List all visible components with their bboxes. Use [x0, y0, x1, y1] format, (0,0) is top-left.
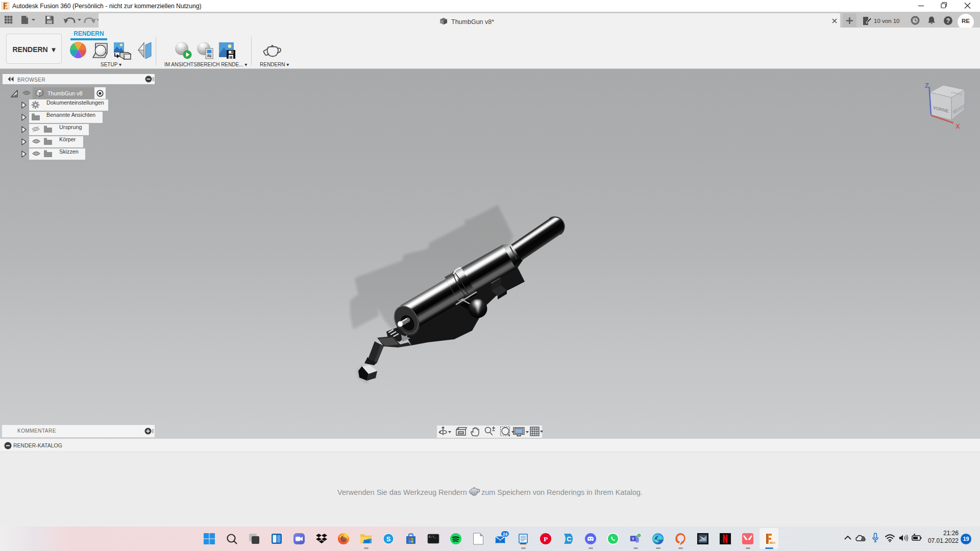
svg-text:?: ? [946, 17, 950, 24]
svg-text:C:\_: C:\_ [429, 535, 436, 539]
svg-text:P: P [544, 535, 548, 543]
svg-text:Z: Z [925, 82, 929, 89]
svg-text:X: X [955, 122, 960, 130]
svg-text:360: 360 [773, 541, 775, 544]
svg-text:T: T [632, 537, 634, 541]
svg-text:C: C [567, 535, 572, 543]
svg-text:S: S [386, 535, 391, 543]
